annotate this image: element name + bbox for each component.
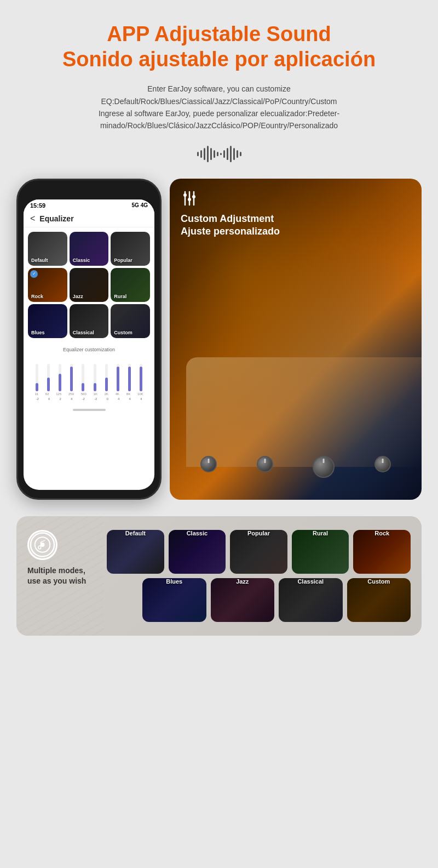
phone-status-bar: 15:59 5G 4G [24,199,154,212]
mode-rock[interactable]: Rock [353,530,411,574]
title-line1: APP Adjustable Sound [16,22,422,47]
phone-signal: 5G 4G [132,202,148,208]
mode-custom[interactable]: Custom [347,578,411,622]
bottom-mode-grid: Default Classic Popular Rural Rock Blue [107,530,411,622]
eq-mode-custom[interactable]: Custom [111,304,150,338]
adjustment-icon [181,190,411,207]
eq-customization-section: Equalizer customization [24,342,154,406]
middle-section: 15:59 5G 4G < Equalizer Default Classic [16,179,422,500]
phone-screen: 15:59 5G 4G < Equalizer Default Classic [24,199,154,490]
mixer-title: Custom Adjustment Ajuste personalizado [181,213,411,238]
phone-notch [67,189,111,195]
phone-screen-header: < Equalizer [24,212,154,227]
music-logo [27,530,57,560]
header-section: APP Adjustable Sound Sonido ajustable po… [16,22,422,165]
main-title: APP Adjustable Sound Sonido ajustable po… [16,22,422,72]
mode-classic[interactable]: Classic [169,530,226,574]
mode-jazz[interactable]: Jazz [211,578,275,622]
eq-bar-250 [70,364,73,391]
knob-1 [200,456,217,472]
equalizer-screen-title: Equalizer [39,214,73,223]
eq-bar-500 [82,364,84,391]
mode-popular[interactable]: Popular [230,530,287,574]
eq-bar-1k [94,364,96,391]
eq-bar-31 [36,364,38,391]
eq-bar-10k [140,364,142,391]
check-icon: ✓ [30,270,38,278]
eq-mode-rural[interactable]: Rural [111,268,150,302]
bottom-tagline: Multiple modes, use as you wish [27,566,86,587]
sound-wave-icon [16,143,422,165]
knob-3 [313,456,335,478]
eq-bar-125 [59,364,61,391]
eq-bar-2k [105,364,108,391]
eq-bar-8k [128,364,131,391]
eq-bar-62 [47,364,50,391]
mode-classical[interactable]: Classical [279,578,343,622]
bottom-section: Multiple modes, use as you wish Default … [16,516,422,636]
eq-mode-default[interactable]: Default [28,232,67,266]
phone-home-bar [73,409,106,411]
svg-point-3 [183,193,187,197]
page-wrapper: APP Adjustable Sound Sonido ajustable po… [0,0,438,652]
subtitle-text: Enter EarJoy software, you can customize… [33,83,405,132]
back-arrow-icon[interactable]: < [30,214,35,224]
svg-point-4 [188,198,191,201]
mixer-knobs-row [181,456,411,478]
eq-mode-grid: Default Classic Popular ✓ Rock Jazz [24,227,154,342]
mode-row-2: Blues Jazz Classical Custom [107,578,411,622]
knob-2 [257,456,273,472]
knob-4 [374,456,391,472]
hand-shape [186,357,422,467]
mode-rural[interactable]: Rural [292,530,349,574]
eq-mode-classic[interactable]: Classic [70,232,109,266]
eq-mode-blues[interactable]: Blues [28,304,67,338]
eq-mode-rock[interactable]: ✓ Rock [28,268,67,302]
eq-bar-4k [117,364,119,391]
title-line2: Sonido ajustable por aplicación [16,47,422,72]
eq-customization-title: Equalizer customization [29,347,149,352]
mixer-image: Custom Adjustment Ajuste personalizado [170,179,422,500]
mode-default[interactable]: Default [107,530,164,574]
svg-point-5 [192,195,195,198]
phone-mockup: 15:59 5G 4G < Equalizer Default Classic [16,179,162,500]
mode-blues[interactable]: Blues [142,578,206,622]
eq-mode-classical[interactable]: Classical [70,304,109,338]
svg-line-9 [41,540,45,542]
eq-mode-jazz[interactable]: Jazz [70,268,109,302]
eq-mode-popular[interactable]: Popular [111,232,150,266]
bottom-left-panel: Multiple modes, use as you wish [27,530,99,587]
phone-time: 15:59 [30,202,45,209]
mode-row-1: Default Classic Popular Rural Rock [107,530,411,574]
